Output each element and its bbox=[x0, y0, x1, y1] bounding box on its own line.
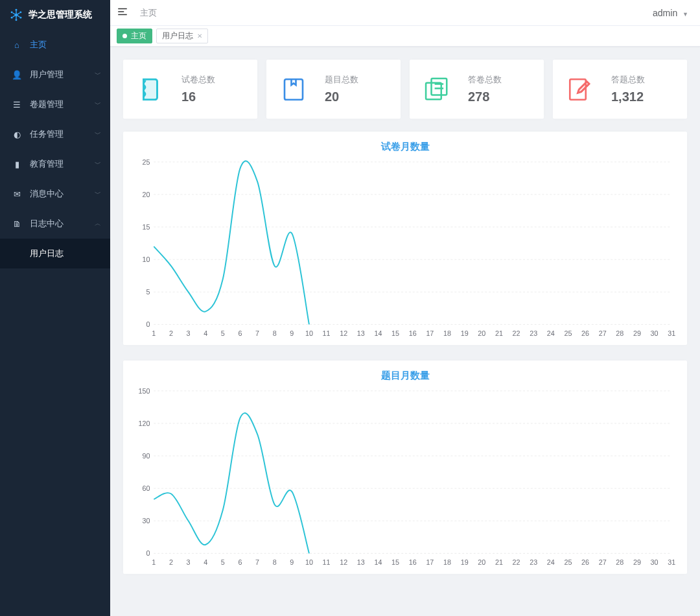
stat-card-papers: 试卷总数 16 bbox=[123, 60, 257, 119]
svg-text:21: 21 bbox=[495, 329, 503, 337]
svg-text:27: 27 bbox=[599, 329, 607, 337]
nav-message-center[interactable]: ✉ 消息中心 ﹀ bbox=[0, 179, 110, 209]
svg-text:5: 5 bbox=[221, 558, 225, 566]
chevron-down-icon: ﹀ bbox=[95, 70, 101, 79]
svg-text:22: 22 bbox=[513, 558, 520, 566]
svg-text:16: 16 bbox=[409, 329, 417, 337]
svg-text:23: 23 bbox=[530, 329, 537, 337]
chart-question-monthly: 题目月数量 0306090120150123456789101112131415… bbox=[123, 361, 687, 574]
stat-cards: 试卷总数 16 题目总数 20 bbox=[123, 60, 687, 119]
chart-title: 题目月数量 bbox=[132, 370, 678, 382]
nav-task-mgmt[interactable]: ◐ 任务管理 ﹀ bbox=[0, 119, 110, 149]
svg-text:12: 12 bbox=[340, 329, 347, 337]
log-icon: 🗎 bbox=[12, 219, 22, 229]
content: 试卷总数 16 题目总数 20 bbox=[110, 47, 700, 616]
tab-user-log-label: 用户日志 bbox=[162, 30, 193, 41]
svg-text:26: 26 bbox=[581, 329, 589, 337]
main: 主页 admin ▼ 主页 用户日志 ✕ bbox=[110, 0, 700, 616]
question-icon bbox=[279, 75, 308, 104]
svg-text:20: 20 bbox=[142, 191, 150, 198]
svg-text:11: 11 bbox=[323, 329, 331, 337]
svg-line-11 bbox=[13, 16, 16, 17]
mail-icon: ✉ bbox=[12, 189, 22, 199]
svg-text:17: 17 bbox=[426, 558, 434, 566]
svg-text:7: 7 bbox=[255, 329, 259, 337]
chevron-up-icon: ︿ bbox=[95, 219, 101, 228]
stat-value: 278 bbox=[468, 89, 502, 104]
chevron-down-icon: ﹀ bbox=[95, 100, 101, 109]
chevron-down-icon: ﹀ bbox=[95, 189, 101, 198]
svg-point-5 bbox=[11, 17, 13, 19]
paper-icon bbox=[136, 75, 165, 104]
edit-icon bbox=[566, 75, 594, 104]
svg-text:1: 1 bbox=[152, 329, 156, 337]
nav-log-label: 日志中心 bbox=[30, 218, 64, 230]
svg-text:3: 3 bbox=[187, 329, 191, 337]
nav-user-mgmt[interactable]: 👤 用户管理 ﹀ bbox=[0, 60, 110, 89]
nav-user-log[interactable]: 用户日志 bbox=[0, 239, 110, 268]
stat-label: 试卷总数 bbox=[181, 74, 215, 86]
nav-log-center[interactable]: 🗎 日志中心 ︿ bbox=[0, 209, 110, 239]
caret-down-icon: ▼ bbox=[682, 11, 688, 18]
menu: ⌂ 主页 👤 用户管理 ﹀ ☰ 卷题管理 ﹀ ◐ 任务管理 ﹀ ▮ 教育管理 bbox=[0, 30, 110, 616]
svg-text:8: 8 bbox=[273, 558, 277, 566]
svg-text:7: 7 bbox=[255, 558, 259, 566]
stat-card-answers: 答卷总数 278 bbox=[410, 60, 544, 119]
svg-text:25: 25 bbox=[564, 329, 572, 337]
svg-text:23: 23 bbox=[530, 558, 537, 566]
nav-home-label: 主页 bbox=[30, 39, 47, 51]
nav-task-label: 任务管理 bbox=[30, 128, 64, 140]
list-icon: ☰ bbox=[12, 100, 22, 110]
book-icon: ▮ bbox=[12, 160, 22, 169]
close-icon[interactable]: ✕ bbox=[197, 32, 202, 40]
nav-home[interactable]: ⌂ 主页 bbox=[0, 30, 110, 60]
svg-text:9: 9 bbox=[290, 558, 294, 566]
svg-text:25: 25 bbox=[564, 558, 572, 566]
tab-home[interactable]: 主页 bbox=[117, 29, 152, 43]
svg-text:14: 14 bbox=[375, 558, 382, 566]
svg-text:120: 120 bbox=[138, 420, 150, 427]
svg-text:9: 9 bbox=[290, 329, 294, 337]
user-menu[interactable]: admin ▼ bbox=[653, 8, 688, 18]
svg-point-2 bbox=[16, 19, 18, 21]
svg-text:10: 10 bbox=[305, 558, 313, 566]
home-icon: ⌂ bbox=[12, 40, 22, 50]
nav-edu-mgmt[interactable]: ▮ 教育管理 ﹀ bbox=[0, 149, 110, 179]
svg-text:18: 18 bbox=[443, 329, 451, 337]
tab-user-log[interactable]: 用户日志 ✕ bbox=[156, 29, 208, 43]
app-root: 学之思管理系统 ⌂ 主页 👤 用户管理 ﹀ ☰ 卷题管理 ﹀ ◐ 任务管理 ﹀ bbox=[0, 0, 700, 616]
svg-text:10: 10 bbox=[305, 329, 313, 337]
stat-label: 答卷总数 bbox=[468, 74, 502, 86]
svg-text:0: 0 bbox=[146, 549, 150, 557]
svg-text:0: 0 bbox=[146, 320, 150, 328]
svg-text:12: 12 bbox=[340, 558, 347, 566]
stat-value: 1,312 bbox=[611, 89, 645, 104]
chart-paper-monthly: 试卷月数量 0510152025123456789101112131415161… bbox=[123, 132, 687, 345]
svg-text:24: 24 bbox=[547, 558, 555, 566]
brand-label: 学之思管理系统 bbox=[29, 9, 92, 21]
svg-point-1 bbox=[16, 9, 18, 11]
svg-text:6: 6 bbox=[238, 329, 242, 337]
answer-icon bbox=[423, 75, 451, 104]
svg-text:30: 30 bbox=[651, 558, 659, 566]
svg-point-3 bbox=[11, 11, 13, 13]
svg-text:19: 19 bbox=[461, 329, 469, 337]
svg-text:13: 13 bbox=[357, 329, 365, 337]
nav-user-log-label: 用户日志 bbox=[30, 248, 64, 258]
nav-exam-label: 卷题管理 bbox=[30, 99, 64, 110]
brand-icon bbox=[9, 8, 23, 22]
stat-value: 16 bbox=[181, 89, 215, 104]
svg-text:30: 30 bbox=[651, 329, 659, 337]
svg-text:6: 6 bbox=[238, 558, 242, 566]
svg-text:15: 15 bbox=[391, 558, 399, 566]
svg-text:28: 28 bbox=[616, 558, 624, 566]
toggle-sidebar-button[interactable] bbox=[117, 6, 130, 19]
svg-text:16: 16 bbox=[409, 558, 417, 566]
svg-text:5: 5 bbox=[146, 288, 150, 296]
nav-exam-mgmt[interactable]: ☰ 卷题管理 ﹀ bbox=[0, 89, 110, 119]
svg-text:29: 29 bbox=[633, 329, 641, 337]
svg-text:27: 27 bbox=[599, 558, 607, 566]
chart-title: 试卷月数量 bbox=[132, 141, 678, 153]
svg-text:20: 20 bbox=[478, 329, 485, 337]
svg-text:4: 4 bbox=[204, 329, 207, 337]
